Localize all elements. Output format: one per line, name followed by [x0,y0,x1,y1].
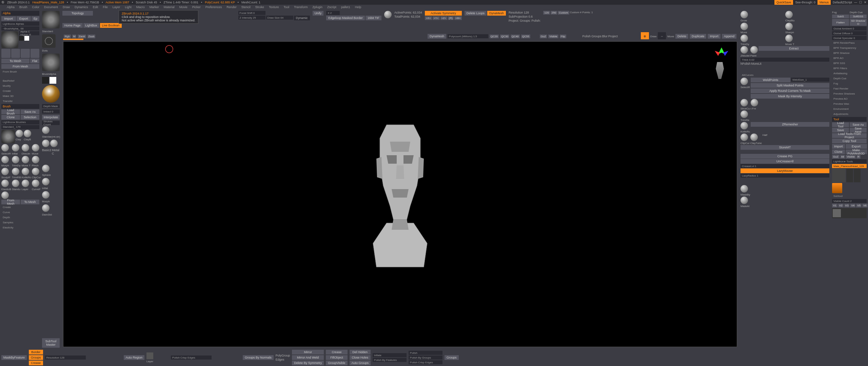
subs-button[interactable]: SubS [832,15,849,18]
custom-button[interactable]: Custom [558,11,569,15]
polishfeat-slider[interactable]: Polish By Features [373,358,407,362]
duplicate-button[interactable]: Duplicate [690,34,707,39]
creasepg-button[interactable]: Crease PG [741,154,829,159]
dynamesh2-button[interactable]: DynaMesh [428,34,446,39]
r-selectr[interactable] [741,78,748,85]
subtool-thumb[interactable] [833,209,841,217]
polishgroups-slider[interactable]: Polish By Groups [409,355,442,360]
menu-zplugin[interactable]: Zplugin [313,5,323,9]
groups2-button[interactable]: Groups [445,355,459,360]
mirrorweld-button[interactable]: Mirror And Weld [292,355,324,360]
resolution2-slider[interactable]: Resolution 128 [45,355,86,360]
subtool-master-button[interactable]: SubTool Master [42,338,60,348]
maskfeature-button[interactable]: MaskByFeature [1,355,27,360]
interpolate-button[interactable]: Interpolate [42,115,60,120]
export-button[interactable]: Export [17,16,31,21]
polycount-slider[interactable]: Polycount (Millions) 1.5 [448,34,488,38]
r-maskall[interactable] [741,197,748,204]
groupsnormals-button[interactable]: Groups By Normals [243,355,274,360]
r-button[interactable]: R [856,155,861,159]
menu-file[interactable]: File [103,5,108,9]
sdshadow-button[interactable]: SD Shadow O [850,19,867,26]
fillobject-button[interactable]: FillObject [326,355,347,360]
flip-button[interactable]: Flip [560,35,566,38]
r-slicecu[interactable] [741,99,748,106]
import3-button[interactable]: Import [832,144,845,149]
lightbox-button[interactable]: LightBox [83,23,99,28]
menu-picker[interactable]: Picker [192,5,201,9]
adjustments-item[interactable]: Adjustments [832,112,867,116]
bprpass-item[interactable]: BPR RenderPass [832,41,867,45]
polishcrisp2-slider[interactable]: Polish Crisp Edges [409,360,442,364]
prevao-item[interactable]: Preview AO [832,97,867,101]
rgb-button[interactable]: Rgb [64,35,71,38]
strip-damstd[interactable] [42,204,50,212]
brush-clayb[interactable] [24,130,31,137]
lightbox-alphas[interactable]: Lightbox ▸ Alphas [1,22,39,26]
color-swatch-white[interactable] [24,36,29,41]
brush-trimrb[interactable] [12,168,19,175]
msym-button[interactable]: >M< [454,16,462,20]
n250-button[interactable]: 250 [551,11,557,15]
r-claytube[interactable] [750,134,758,141]
menu-preferences[interactable]: Preferences [205,5,222,9]
mirror-button[interactable]: Mirror [292,350,324,354]
n120-button[interactable]: 120 [543,11,550,15]
tomesh-button[interactable]: To Mesh [1,59,29,63]
environment-item[interactable]: Environment [832,107,867,111]
bprsss-item[interactable]: BPR SSS [832,61,867,65]
alpha-preview[interactable] [1,31,18,48]
brush-pinch[interactable] [32,156,39,163]
frommesh2-button[interactable]: From Mesh [1,200,20,204]
menu-layer[interactable]: Layer [113,5,120,9]
alpha-header[interactable]: Alpha [1,11,39,16]
subtool-header[interactable]: Subtool [832,194,867,198]
r-grow[interactable] [741,11,748,18]
homepage-button[interactable]: Home Page [62,23,83,28]
qc55-button[interactable]: QC55 [521,35,530,38]
alpha-hr[interactable]: Alpha C Higher R [19,31,39,35]
menu-stencil[interactable]: Stencil [241,5,251,9]
unify-button[interactable]: Unify [313,11,324,16]
menu-edit[interactable]: Edit [93,5,98,9]
depthcue2-item[interactable]: Depth Cue [832,76,867,81]
strip-basic2[interactable] [42,140,50,147]
makepoly-button[interactable]: Make PolyMesh3D [846,149,867,154]
menu-alpha[interactable]: Alpha [7,5,15,9]
extract-button[interactable]: Extract [758,46,829,51]
import-button[interactable]: Import [1,16,16,21]
r-movet[interactable] [785,35,793,42]
xsym-button[interactable]: >X< [425,16,432,20]
tool-header[interactable]: Tool [832,117,867,122]
menu-pallet1[interactable]: pallet1 [341,5,350,9]
camera-thumbnail[interactable] [713,62,727,79]
create-item[interactable]: Create [1,89,39,93]
bprshadow-item[interactable]: BPR Shadow [832,51,867,55]
depthmask-slider[interactable]: Depth Mask [42,104,60,108]
goz2-button[interactable]: GoZ [832,155,840,159]
elasticity-item[interactable]: Elasticity [1,225,39,230]
maskintensity-button[interactable]: Mask By Intensity [751,94,829,99]
rsym-button[interactable]: (R) [448,16,454,20]
menu-light[interactable]: Light [125,5,132,9]
create2-item[interactable]: Create [1,205,39,209]
brush-extra[interactable] [1,191,9,199]
menu-stroke[interactable]: Stroke [255,5,264,9]
brush-standu[interactable] [12,180,19,187]
flat-button[interactable]: Flat [30,59,39,63]
r-trimdy[interactable] [741,35,748,42]
focal-shift-slider[interactable]: Focal Shift 0 [238,11,265,15]
strip-sphere[interactable] [42,165,50,172]
r-move[interactable] [741,23,748,30]
r-clipcur[interactable] [741,134,748,141]
savenext-button[interactable]: Save Next [850,128,867,133]
prevshadows-item[interactable]: Preview Shadows [832,92,867,96]
toolname[interactable]: Male_PlanesofHead_128 [832,164,867,168]
dynamic-button[interactable]: Dynamic [294,16,310,20]
strip-dots[interactable] [42,34,56,48]
material-sphere[interactable] [384,11,392,18]
modify-item[interactable]: Modify [1,84,39,88]
save-button[interactable]: Save [832,128,849,133]
alpha-grid-4[interactable] [31,49,40,58]
bprfilters-item[interactable]: BPR Filters [832,66,867,70]
